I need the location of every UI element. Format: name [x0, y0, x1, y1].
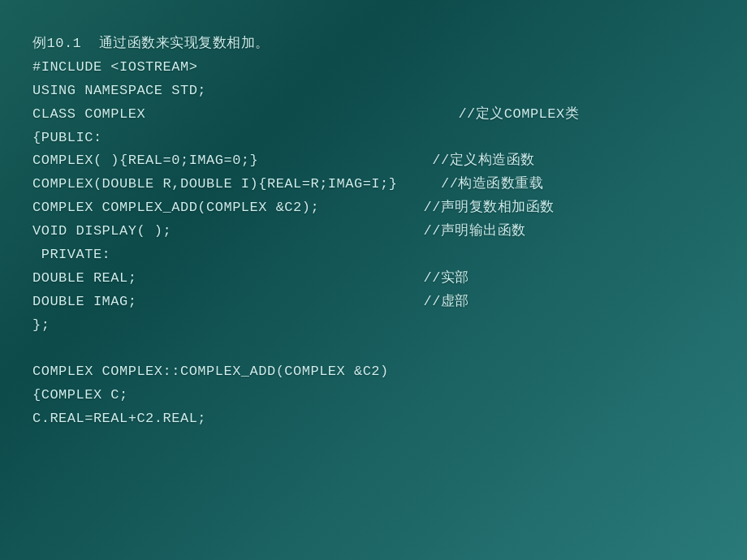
line6: COMPLEX( ){REAL=0;IMAG=0;} //定义构造函数: [32, 149, 715, 173]
line8: COMPLEX COMPLEX_ADD(COMPLEX &C2); //声明复数…: [32, 196, 715, 220]
line11: DOUBLE REAL; //实部: [32, 267, 715, 291]
line9: VOID DISPLAY( ); //声明输出函数: [32, 220, 715, 243]
line4: CLASS COMPLEX //定义COMPLEX类: [32, 103, 715, 127]
blank-line-13: [32, 338, 715, 361]
line10: PRIVATE:: [32, 243, 715, 267]
line13: };: [32, 314, 715, 338]
line7: COMPLEX(DOUBLE R,DOUBLE I){REAL=R;IMAG=I…: [32, 173, 715, 196]
line3: USING NAMESPACE STD;: [32, 80, 715, 103]
line14: COMPLEX COMPLEX::COMPLEX_ADD(COMPLEX &C2…: [32, 360, 715, 384]
line16: C.REAL=REAL+C2.REAL;: [32, 407, 715, 431]
line12: DOUBLE IMAG; //虚部: [32, 291, 715, 314]
line5: {PUBLIC:: [32, 127, 715, 150]
line2: #INCLUDE <IOSTREAM>: [32, 56, 715, 80]
code-block: 例10.1 通过函数来实现复数相加。#INCLUDE <IOSTREAM>USI…: [0, 0, 747, 463]
line1: 例10.1 通过函数来实现复数相加。: [32, 32, 715, 56]
line15: {COMPLEX C;: [32, 384, 715, 407]
